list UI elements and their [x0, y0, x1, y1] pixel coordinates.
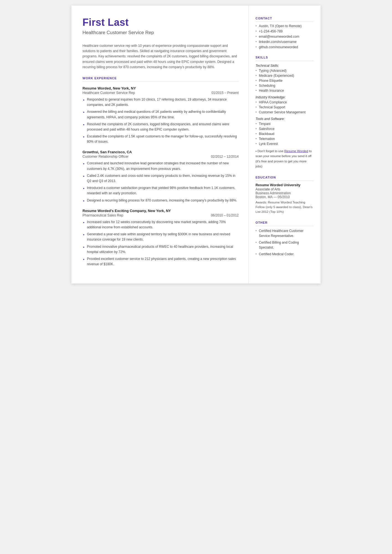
- bullet: Generated a year-end sale within assigne…: [82, 232, 239, 242]
- technical-skills-list: Typing (Advanced) Medicare (Experienced)…: [256, 69, 314, 93]
- industry-skills-label: Industry Knowledge:: [256, 95, 314, 99]
- skill-item: Phone Etiquette: [256, 79, 314, 83]
- edu-location: Boston, MA — 05/2010: [256, 195, 314, 199]
- contact-item: github.com/resumeworded: [256, 45, 314, 49]
- job-block-3: Resume Worded's Exciting Company, New Yo…: [82, 209, 239, 267]
- job-role-3: Pharmaceutical Sales Rep: [82, 213, 123, 217]
- job-bullets-3: Increased sales for 12 weeks consecutive…: [82, 219, 239, 267]
- other-item: Certified Billing and Coding Specialist.: [256, 240, 314, 250]
- skill-item: HIPAA Compliance: [256, 100, 314, 104]
- edu-block-1: Resume Worded University Associate of Ar…: [256, 183, 314, 215]
- bullet: Introduced a customer satisfaction progr…: [82, 185, 239, 196]
- bullet: Responded to general inquiries from 10 c…: [82, 97, 239, 108]
- contact-item: email@resumeworded.com: [256, 35, 314, 39]
- job-header-2: Customer Relationship Officer 02/2012 – …: [82, 155, 239, 159]
- job-role-1: Healthcare Customer Service Rep: [82, 91, 135, 95]
- job-role-2: Customer Relationship Officer: [82, 155, 129, 159]
- bullet: Called 2.4K customers and cross-sold new…: [82, 173, 239, 184]
- skill-item: Salesforce: [256, 127, 314, 131]
- bullet: Resolved the complaints of 2K customers,…: [82, 122, 239, 132]
- job-dates-1: 01/2015 – Present: [212, 91, 239, 95]
- skills-title: SKILLS: [256, 56, 314, 61]
- edu-awards: Awards: Resume Worded Teaching Fellow (o…: [256, 200, 314, 215]
- job-bullets-1: Responded to general inquiries from 10 c…: [82, 97, 239, 145]
- job-header-1: Healthcare Customer Service Rep 01/2015 …: [82, 91, 239, 95]
- summary: Healthcare customer service rep with 10 …: [82, 43, 239, 70]
- skill-item: Medicare (Experienced): [256, 74, 314, 78]
- job-header-3: Pharmaceutical Sales Rep 06/2010 – 01/20…: [82, 213, 239, 217]
- bullet: Conceived and launched innovative lead g…: [82, 161, 239, 171]
- edu-degree: Associate of Arts: [256, 187, 314, 191]
- other-list: Certified Healthcare Customer Service Re…: [256, 228, 314, 257]
- technical-skills-label: Technical Skills:: [256, 64, 314, 68]
- education-section: EDUCATION Resume Worded University Assoc…: [256, 176, 314, 215]
- name: First Last: [82, 17, 239, 28]
- job-title: Healthcare Customer Service Rep: [82, 30, 239, 39]
- skill-item: Lynk Everest: [256, 142, 314, 146]
- bullet: Answered the billing and medical questio…: [82, 109, 239, 120]
- contact-title: CONTACT: [256, 17, 314, 22]
- company-1: Resume Worded, New York, NY: [82, 86, 239, 90]
- other-section: OTHER Certified Healthcare Customer Serv…: [256, 221, 314, 257]
- tools-skills-list: Timpani Salesforce Blackbaud Telemation …: [256, 122, 314, 146]
- job-bullets-2: Conceived and launched innovative lead g…: [82, 161, 239, 203]
- company-3: Resume Worded's Exciting Company, New Yo…: [82, 209, 239, 213]
- education-title: EDUCATION: [256, 176, 314, 181]
- skill-item: Health Insurance: [256, 89, 314, 93]
- job-dates-2: 02/2012 – 12/2014: [211, 155, 239, 159]
- contact-list: Austin, TX (Open to Remote) +1-234-456-7…: [256, 24, 314, 49]
- skill-item: Scheduling: [256, 84, 314, 88]
- other-item: Certified Medical Coder.: [256, 252, 314, 257]
- edu-school: Resume Worded University: [256, 183, 314, 187]
- job-block-1: Resume Worded, New York, NY Healthcare C…: [82, 86, 239, 145]
- bullet: Designed a recurring billing process for…: [82, 198, 239, 203]
- industry-skills-list: HIPAA Compliance Technical Support Custo…: [256, 100, 314, 114]
- resume-container: First Last Healthcare Customer Service R…: [71, 6, 321, 284]
- bullet: Provided excellent customer service to 2…: [82, 256, 239, 267]
- skill-item: Customer Service Management: [256, 110, 314, 114]
- other-item: Certified Healthcare Customer Service Re…: [256, 228, 314, 238]
- rw-link[interactable]: Resume Worded: [284, 149, 308, 153]
- work-experience-title: WORK EXPERIENCE: [82, 76, 239, 82]
- contact-item: Austin, TX (Open to Remote): [256, 24, 314, 28]
- company-2: Growthsi, San Francisco, CA: [82, 150, 239, 154]
- bullet: Escalated the complaints of 1.5K upset c…: [82, 134, 239, 144]
- right-column: CONTACT Austin, TX (Open to Remote) +1-2…: [249, 6, 321, 284]
- edu-field: Business Administration: [256, 191, 314, 195]
- other-title: OTHER: [256, 221, 314, 226]
- left-column: First Last Healthcare Customer Service R…: [71, 6, 249, 284]
- skill-item: Telemation: [256, 137, 314, 141]
- skills-section: SKILLS Technical Skills: Typing (Advance…: [256, 56, 314, 169]
- job-dates-3: 06/2010 – 01/2012: [211, 213, 239, 217]
- bullet: Promoted innovative pharmaceutical produ…: [82, 244, 239, 255]
- contact-item: linkedin.com/in/username: [256, 40, 314, 44]
- skill-item: Timpani: [256, 122, 314, 126]
- bullet: Increased sales for 12 weeks consecutive…: [82, 219, 239, 230]
- rw-note: • Don't forget to use Resume Worded to s…: [256, 149, 314, 169]
- job-block-2: Growthsi, San Francisco, CA Customer Rel…: [82, 150, 239, 203]
- skill-item: Typing (Advanced): [256, 69, 314, 73]
- skill-item: Technical Support: [256, 105, 314, 109]
- contact-item: +1-234-456-789: [256, 29, 314, 33]
- contact-section: CONTACT Austin, TX (Open to Remote) +1-2…: [256, 17, 314, 49]
- work-experience-section: WORK EXPERIENCE Resume Worded, New York,…: [82, 76, 239, 267]
- tools-skills-label: Tools and Software:: [256, 117, 314, 121]
- skill-item: Blackbaud: [256, 132, 314, 136]
